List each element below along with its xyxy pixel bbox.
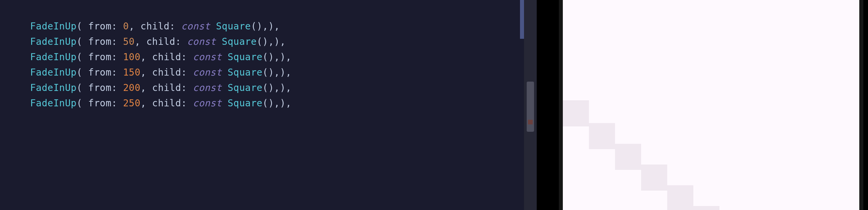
token-keyword: const	[193, 67, 222, 78]
token-punct: (	[76, 51, 88, 63]
preview-square	[641, 165, 667, 190]
token-punct: (	[76, 21, 88, 32]
code-line: FadeInUp( from: 150, child: const Square…	[30, 65, 524, 80]
preview-square	[667, 185, 693, 210]
token-punct: ,	[129, 21, 141, 32]
token-type: Square	[216, 21, 251, 32]
token-space	[222, 98, 227, 109]
token-number: 200	[123, 82, 141, 93]
token-param: child	[146, 36, 175, 47]
token-param: child	[152, 98, 181, 109]
token-punct: (	[76, 67, 88, 78]
token-punct: :	[112, 98, 123, 109]
token-keyword: const	[193, 82, 222, 93]
token-number: 250	[123, 98, 141, 109]
token-param: from	[88, 98, 112, 109]
token-space	[216, 36, 221, 47]
device-bezel-right	[863, 0, 868, 210]
token-punct: (),),	[262, 51, 291, 63]
token-punct: ,	[141, 82, 152, 93]
token-number: 0	[123, 21, 129, 32]
token-punct: (	[76, 98, 88, 109]
scroll-indicator	[520, 0, 524, 39]
device-bezel-left	[537, 0, 559, 210]
token-param: from	[88, 21, 112, 32]
token-param: from	[88, 36, 112, 47]
device-screen	[563, 0, 859, 210]
token-punct: (	[76, 36, 88, 47]
code-line: FadeInUp( from: 50, child: const Square(…	[30, 34, 524, 49]
code-line: FadeInUp( from: 0, child: const Square()…	[30, 19, 524, 34]
token-punct: :	[169, 21, 181, 32]
token-punct: (),),	[257, 36, 286, 47]
token-punct: :	[112, 67, 123, 78]
minimap-marker	[528, 120, 533, 125]
token-punct: ,	[141, 51, 152, 63]
code-block: FadeInUp( from: 0, child: const Square()…	[30, 19, 524, 111]
token-keyword: const	[187, 36, 216, 47]
token-punct: ,	[141, 98, 152, 109]
token-type: Square	[227, 82, 262, 93]
token-number: 50	[123, 36, 135, 47]
token-identifier: FadeInUp	[30, 21, 76, 32]
preview-square	[615, 144, 641, 170]
token-space	[222, 51, 227, 63]
token-number: 150	[123, 67, 141, 78]
token-punct: :	[181, 98, 193, 109]
token-punct: :	[181, 67, 193, 78]
token-punct: :	[112, 82, 123, 93]
token-punct: (),),	[262, 98, 291, 109]
preview-square	[693, 206, 719, 210]
device-frame	[559, 0, 863, 210]
token-punct: :	[112, 21, 123, 32]
token-space	[210, 21, 216, 32]
token-type: Square	[222, 36, 257, 47]
token-identifier: FadeInUp	[30, 82, 76, 93]
token-punct: :	[181, 82, 193, 93]
code-editor[interactable]: FadeInUp( from: 0, child: const Square()…	[0, 0, 524, 210]
token-punct: :	[175, 36, 187, 47]
token-keyword: const	[181, 21, 210, 32]
token-punct: :	[181, 51, 193, 63]
code-line: FadeInUp( from: 250, child: const Square…	[30, 96, 524, 111]
token-type: Square	[227, 51, 262, 63]
token-param: child	[152, 82, 181, 93]
token-identifier: FadeInUp	[30, 51, 76, 63]
token-keyword: const	[193, 98, 222, 109]
token-identifier: FadeInUp	[30, 67, 76, 78]
token-punct: ,	[141, 67, 152, 78]
token-space	[222, 82, 227, 93]
token-punct: :	[112, 36, 123, 47]
token-param: child	[152, 51, 181, 63]
token-type: Square	[227, 67, 262, 78]
minimap-gutter[interactable]	[524, 0, 537, 210]
token-param: from	[88, 82, 112, 93]
token-type: Square	[227, 98, 262, 109]
token-param: child	[141, 21, 169, 32]
code-line: FadeInUp( from: 100, child: const Square…	[30, 49, 524, 65]
token-punct: (),),	[262, 67, 291, 78]
token-punct: (),),	[262, 82, 291, 93]
token-punct: (	[76, 82, 88, 93]
token-number: 100	[123, 51, 141, 63]
code-line: FadeInUp( from: 200, child: const Square…	[30, 80, 524, 96]
token-param: child	[152, 67, 181, 78]
token-identifier: FadeInUp	[30, 36, 76, 47]
device-preview	[537, 0, 868, 210]
preview-square	[563, 100, 589, 127]
token-keyword: const	[193, 51, 222, 63]
preview-square	[589, 123, 615, 149]
token-punct: :	[112, 51, 123, 63]
token-space	[222, 67, 227, 78]
token-param: from	[88, 51, 112, 63]
token-punct: (),),	[251, 21, 280, 32]
token-param: from	[88, 67, 112, 78]
token-punct: ,	[134, 36, 146, 47]
token-identifier: FadeInUp	[30, 98, 76, 109]
